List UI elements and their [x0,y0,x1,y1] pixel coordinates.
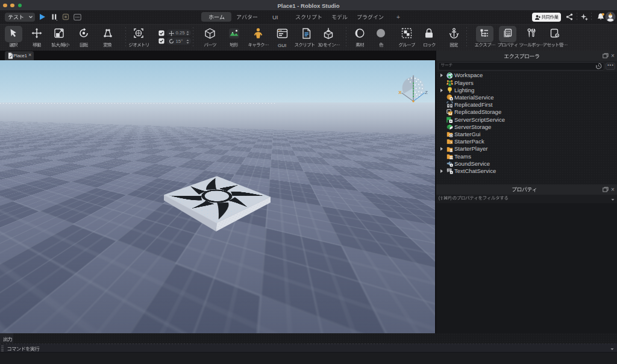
svg-text:Z: Z [425,90,428,95]
svg-text:X: X [398,90,402,95]
